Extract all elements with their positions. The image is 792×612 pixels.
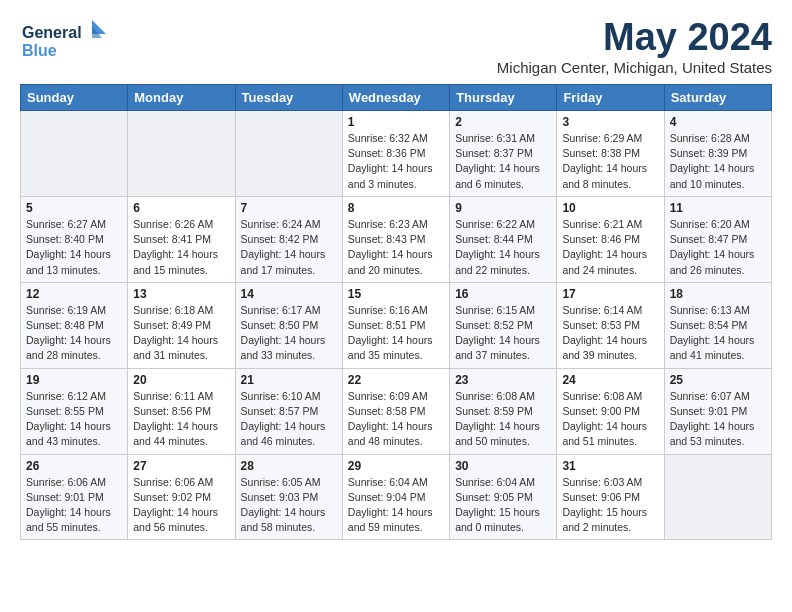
day-number: 31: [562, 459, 658, 473]
calendar-title: May 2024: [497, 16, 772, 59]
calendar-day-cell: 1Sunrise: 6:32 AM Sunset: 8:36 PM Daylig…: [342, 111, 449, 197]
calendar-day-cell: 7Sunrise: 6:24 AM Sunset: 8:42 PM Daylig…: [235, 196, 342, 282]
day-number: 14: [241, 287, 337, 301]
day-info: Sunrise: 6:26 AM Sunset: 8:41 PM Dayligh…: [133, 217, 229, 278]
calendar-day-cell: 13Sunrise: 6:18 AM Sunset: 8:49 PM Dayli…: [128, 282, 235, 368]
calendar-day-cell: 19Sunrise: 6:12 AM Sunset: 8:55 PM Dayli…: [21, 368, 128, 454]
calendar-day-cell: 23Sunrise: 6:08 AM Sunset: 8:59 PM Dayli…: [450, 368, 557, 454]
calendar-day-cell: 12Sunrise: 6:19 AM Sunset: 8:48 PM Dayli…: [21, 282, 128, 368]
day-info: Sunrise: 6:04 AM Sunset: 9:05 PM Dayligh…: [455, 475, 551, 536]
calendar-day-cell: 24Sunrise: 6:08 AM Sunset: 9:00 PM Dayli…: [557, 368, 664, 454]
calendar-day-cell: 31Sunrise: 6:03 AM Sunset: 9:06 PM Dayli…: [557, 454, 664, 540]
day-number: 4: [670, 115, 766, 129]
day-number: 6: [133, 201, 229, 215]
day-info: Sunrise: 6:08 AM Sunset: 8:59 PM Dayligh…: [455, 389, 551, 450]
calendar-day-cell: 14Sunrise: 6:17 AM Sunset: 8:50 PM Dayli…: [235, 282, 342, 368]
day-info: Sunrise: 6:22 AM Sunset: 8:44 PM Dayligh…: [455, 217, 551, 278]
day-number: 21: [241, 373, 337, 387]
day-number: 22: [348, 373, 444, 387]
day-info: Sunrise: 6:28 AM Sunset: 8:39 PM Dayligh…: [670, 131, 766, 192]
day-info: Sunrise: 6:18 AM Sunset: 8:49 PM Dayligh…: [133, 303, 229, 364]
title-block: May 2024 Michigan Center, Michigan, Unit…: [497, 16, 772, 76]
day-info: Sunrise: 6:31 AM Sunset: 8:37 PM Dayligh…: [455, 131, 551, 192]
calendar-day-cell: 26Sunrise: 6:06 AM Sunset: 9:01 PM Dayli…: [21, 454, 128, 540]
calendar-day-header: Sunday: [21, 85, 128, 111]
calendar-day-cell: 3Sunrise: 6:29 AM Sunset: 8:38 PM Daylig…: [557, 111, 664, 197]
calendar-day-cell: 17Sunrise: 6:14 AM Sunset: 8:53 PM Dayli…: [557, 282, 664, 368]
day-info: Sunrise: 6:09 AM Sunset: 8:58 PM Dayligh…: [348, 389, 444, 450]
logo: General Blue: [20, 16, 110, 64]
day-info: Sunrise: 6:08 AM Sunset: 9:00 PM Dayligh…: [562, 389, 658, 450]
calendar-day-cell: 27Sunrise: 6:06 AM Sunset: 9:02 PM Dayli…: [128, 454, 235, 540]
day-info: Sunrise: 6:32 AM Sunset: 8:36 PM Dayligh…: [348, 131, 444, 192]
day-info: Sunrise: 6:13 AM Sunset: 8:54 PM Dayligh…: [670, 303, 766, 364]
calendar-day-cell: 18Sunrise: 6:13 AM Sunset: 8:54 PM Dayli…: [664, 282, 771, 368]
day-info: Sunrise: 6:10 AM Sunset: 8:57 PM Dayligh…: [241, 389, 337, 450]
day-number: 23: [455, 373, 551, 387]
day-number: 18: [670, 287, 766, 301]
calendar-day-cell: 9Sunrise: 6:22 AM Sunset: 8:44 PM Daylig…: [450, 196, 557, 282]
day-info: Sunrise: 6:29 AM Sunset: 8:38 PM Dayligh…: [562, 131, 658, 192]
calendar-week-row: 5Sunrise: 6:27 AM Sunset: 8:40 PM Daylig…: [21, 196, 772, 282]
day-number: 11: [670, 201, 766, 215]
day-number: 16: [455, 287, 551, 301]
calendar-day-cell: [235, 111, 342, 197]
day-info: Sunrise: 6:06 AM Sunset: 9:02 PM Dayligh…: [133, 475, 229, 536]
day-number: 15: [348, 287, 444, 301]
page: General Blue May 2024 Michigan Center, M…: [0, 0, 792, 550]
calendar-day-header: Wednesday: [342, 85, 449, 111]
calendar-day-cell: 22Sunrise: 6:09 AM Sunset: 8:58 PM Dayli…: [342, 368, 449, 454]
day-info: Sunrise: 6:15 AM Sunset: 8:52 PM Dayligh…: [455, 303, 551, 364]
day-number: 3: [562, 115, 658, 129]
calendar-day-cell: 15Sunrise: 6:16 AM Sunset: 8:51 PM Dayli…: [342, 282, 449, 368]
day-info: Sunrise: 6:12 AM Sunset: 8:55 PM Dayligh…: [26, 389, 122, 450]
calendar-day-cell: 5Sunrise: 6:27 AM Sunset: 8:40 PM Daylig…: [21, 196, 128, 282]
calendar-day-header: Monday: [128, 85, 235, 111]
day-info: Sunrise: 6:07 AM Sunset: 9:01 PM Dayligh…: [670, 389, 766, 450]
day-number: 1: [348, 115, 444, 129]
calendar-day-header: Thursday: [450, 85, 557, 111]
day-number: 25: [670, 373, 766, 387]
calendar-day-cell: [664, 454, 771, 540]
day-number: 12: [26, 287, 122, 301]
svg-text:General: General: [22, 24, 82, 41]
calendar-day-cell: 8Sunrise: 6:23 AM Sunset: 8:43 PM Daylig…: [342, 196, 449, 282]
calendar-day-cell: 21Sunrise: 6:10 AM Sunset: 8:57 PM Dayli…: [235, 368, 342, 454]
day-number: 28: [241, 459, 337, 473]
day-number: 8: [348, 201, 444, 215]
calendar-day-header: Saturday: [664, 85, 771, 111]
day-info: Sunrise: 6:05 AM Sunset: 9:03 PM Dayligh…: [241, 475, 337, 536]
calendar-week-row: 19Sunrise: 6:12 AM Sunset: 8:55 PM Dayli…: [21, 368, 772, 454]
day-info: Sunrise: 6:19 AM Sunset: 8:48 PM Dayligh…: [26, 303, 122, 364]
day-info: Sunrise: 6:21 AM Sunset: 8:46 PM Dayligh…: [562, 217, 658, 278]
day-info: Sunrise: 6:20 AM Sunset: 8:47 PM Dayligh…: [670, 217, 766, 278]
calendar-day-cell: 4Sunrise: 6:28 AM Sunset: 8:39 PM Daylig…: [664, 111, 771, 197]
calendar-location: Michigan Center, Michigan, United States: [497, 59, 772, 76]
calendar-day-cell: 10Sunrise: 6:21 AM Sunset: 8:46 PM Dayli…: [557, 196, 664, 282]
day-number: 13: [133, 287, 229, 301]
calendar-week-row: 26Sunrise: 6:06 AM Sunset: 9:01 PM Dayli…: [21, 454, 772, 540]
calendar-header-row: SundayMondayTuesdayWednesdayThursdayFrid…: [21, 85, 772, 111]
calendar-week-row: 1Sunrise: 6:32 AM Sunset: 8:36 PM Daylig…: [21, 111, 772, 197]
calendar-day-cell: 28Sunrise: 6:05 AM Sunset: 9:03 PM Dayli…: [235, 454, 342, 540]
calendar-day-cell: 2Sunrise: 6:31 AM Sunset: 8:37 PM Daylig…: [450, 111, 557, 197]
calendar-day-cell: 29Sunrise: 6:04 AM Sunset: 9:04 PM Dayli…: [342, 454, 449, 540]
day-info: Sunrise: 6:06 AM Sunset: 9:01 PM Dayligh…: [26, 475, 122, 536]
svg-text:Blue: Blue: [22, 42, 57, 59]
day-number: 10: [562, 201, 658, 215]
calendar-day-cell: 25Sunrise: 6:07 AM Sunset: 9:01 PM Dayli…: [664, 368, 771, 454]
day-number: 19: [26, 373, 122, 387]
calendar-week-row: 12Sunrise: 6:19 AM Sunset: 8:48 PM Dayli…: [21, 282, 772, 368]
calendar-day-cell: 20Sunrise: 6:11 AM Sunset: 8:56 PM Dayli…: [128, 368, 235, 454]
day-number: 24: [562, 373, 658, 387]
day-number: 20: [133, 373, 229, 387]
day-info: Sunrise: 6:16 AM Sunset: 8:51 PM Dayligh…: [348, 303, 444, 364]
calendar-day-cell: 11Sunrise: 6:20 AM Sunset: 8:47 PM Dayli…: [664, 196, 771, 282]
day-number: 27: [133, 459, 229, 473]
calendar-table: SundayMondayTuesdayWednesdayThursdayFrid…: [20, 84, 772, 540]
day-number: 5: [26, 201, 122, 215]
calendar-day-header: Friday: [557, 85, 664, 111]
day-number: 29: [348, 459, 444, 473]
day-info: Sunrise: 6:27 AM Sunset: 8:40 PM Dayligh…: [26, 217, 122, 278]
calendar-day-cell: [21, 111, 128, 197]
